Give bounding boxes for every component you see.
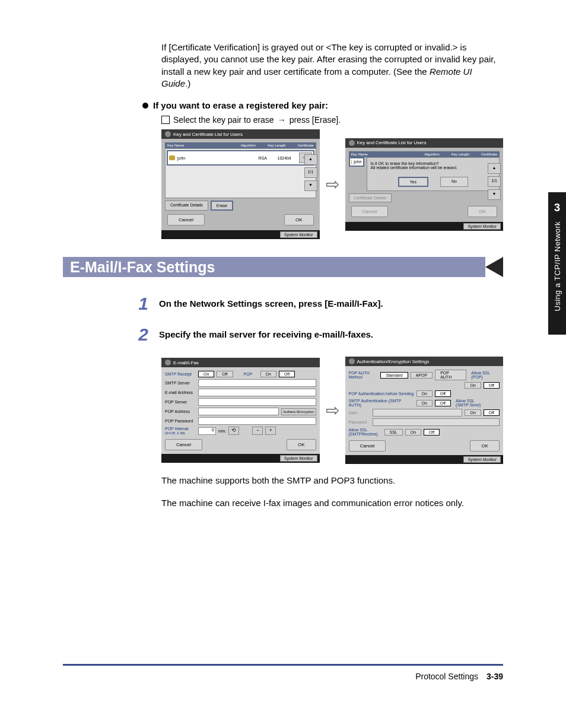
label-smtp-receipt: SMTP Receipt (165, 372, 196, 376)
label-user: User (349, 411, 370, 415)
step-text: On the Network Settings screen, press [E… (159, 295, 383, 309)
scroll-up-button[interactable]: ▲ (304, 154, 317, 165)
yes-button[interactable]: Yes (398, 177, 428, 187)
col-cert: Certificate (481, 152, 497, 156)
screen-title-text: Authentication/Encryption Settings (357, 359, 430, 364)
email-addr-input[interactable] (198, 389, 316, 396)
screen-erase-confirm: Key and Certificate List for Users Key N… (345, 138, 504, 231)
step-number: 2 (131, 326, 148, 344)
erase-button[interactable]: Erase (211, 201, 233, 211)
ssl-button[interactable]: SSL (384, 429, 403, 435)
erase-instruction: Select the key pair to erase → press [Er… (161, 115, 503, 125)
flow-arrow-icon: ⇨ (326, 400, 339, 420)
confirm-dialog: Is it OK to erase the key information? A… (367, 157, 500, 191)
cancel-button[interactable]: Cancel (167, 214, 205, 225)
user-input (373, 409, 463, 417)
page-indicator: 1/1 (488, 176, 501, 187)
label-email-addr: E-mail Address (165, 390, 196, 395)
pop-server-input[interactable] (198, 398, 316, 406)
key-row-selected[interactable]: john RSA 1024bit ▭ (167, 150, 314, 166)
step-text: Specify the mail server for receiving e-… (159, 326, 373, 339)
stepper-plus[interactable]: + (265, 427, 276, 435)
smtp-off-button[interactable]: Off (217, 371, 233, 377)
system-monitor-button[interactable]: System Monitor (463, 223, 501, 230)
apop-button[interactable]: APOP (411, 372, 433, 379)
pop-interval-input[interactable]: 0 (198, 427, 216, 435)
col-length: Key Length (451, 152, 469, 156)
col-algo: Algorithm (241, 144, 256, 147)
row-name: john (354, 160, 361, 164)
system-monitor-button[interactable]: System Monitor (280, 231, 317, 238)
sslsend-on-button[interactable]: On (465, 409, 481, 416)
row-algo: RSA (259, 156, 275, 160)
system-monitor-button[interactable]: System Monitor (463, 456, 501, 463)
erase-heading: If you want to erase a registered key pa… (142, 100, 503, 110)
label-allow-ssl-pop: Allow SSL (POP) (471, 371, 500, 379)
list-header: Key Name Algorithm Key Length Certificat… (349, 151, 500, 157)
smtp-on-button[interactable]: On (198, 371, 214, 377)
step-2: 2 Specify the mail server for receiving … (131, 326, 503, 344)
after-p2: The machine can receive I-fax images and… (161, 497, 503, 509)
step-number: 1 (131, 295, 148, 313)
system-monitor-button[interactable]: System Monitor (280, 455, 317, 462)
no-button[interactable]: No (440, 177, 468, 187)
intro-paragraph: If [Certificate Verification] is grayed … (161, 42, 503, 90)
label-pop-server: POP Server (165, 400, 196, 404)
screen-keylist-title: Key and Certificate List for Users (161, 129, 320, 139)
scroll-down-button[interactable]: ▼ (304, 180, 317, 191)
footer-section: Protocol Settings (415, 672, 478, 681)
checkbox-icon (161, 116, 170, 124)
ok-button: OK (468, 206, 497, 217)
pop-on-button[interactable]: On (260, 371, 276, 377)
smtpauth-off-button[interactable]: Off (435, 400, 451, 406)
pop-off-button[interactable]: Off (279, 371, 295, 377)
cancel-button: Cancel (351, 206, 389, 217)
key-list: john RSA 1024bit ▭ (165, 148, 316, 198)
gear-icon (165, 131, 171, 137)
sslpop-off-button[interactable]: Off (484, 382, 500, 389)
popbefore-off-button[interactable]: Off (435, 390, 451, 397)
password-input (373, 418, 500, 426)
sslsend-off-button[interactable]: Off (484, 409, 500, 416)
banner-triangle-icon (485, 257, 503, 277)
stepper-reset[interactable]: ⟲ (228, 427, 239, 435)
ok-button[interactable]: OK (284, 214, 314, 225)
gear-icon (349, 358, 355, 364)
popauth-button[interactable]: POP AUTH (435, 370, 466, 380)
cancel-button[interactable]: Cancel (349, 440, 386, 452)
cancel-button[interactable]: Cancel (165, 439, 202, 450)
standard-button[interactable]: Standard (380, 372, 408, 379)
section-title: E-Mail/I-Fax Settings (63, 257, 485, 277)
screen-auth-encryption: Authentication/Encryption Settings POP A… (345, 357, 504, 464)
smtpauth-on-button[interactable]: On (416, 400, 433, 406)
sslpop-on-button[interactable]: On (465, 382, 481, 389)
col-algo: Algorithm (424, 152, 439, 156)
sslrecv-on-button[interactable]: On (405, 429, 421, 435)
auth-encryption-button[interactable]: Authent./Encryption (281, 408, 316, 415)
list-header: Key Name Algorithm Key Length Certificat… (165, 142, 316, 148)
screenshot-row-erase: Key and Certificate List for Users Key N… (161, 129, 503, 239)
row-len: 1024bit (278, 156, 297, 160)
after-p1: The machine supports both the SMTP and P… (161, 475, 503, 487)
screen-auth-title: Authentication/Encryption Settings (345, 357, 504, 366)
screen-title-text: Key and Certificate List for Users (357, 140, 427, 145)
pop-password-input[interactable] (198, 417, 316, 425)
screen-email-ifax: E-mail/I-Fax SMTP Receipt On Off POP On … (161, 358, 320, 463)
arrow-right-icon: → (278, 115, 286, 125)
flow-arrow-icon: ⇨ (326, 174, 339, 194)
pop-address-input[interactable] (198, 408, 279, 415)
popbefore-on-button[interactable]: On (416, 390, 433, 397)
smtp-server-input[interactable] (198, 379, 316, 387)
screen-email-title: E-mail/I-Fax (161, 358, 320, 367)
cert-details-button[interactable]: Certificate Details (165, 201, 208, 211)
label-pop-address: POP Address (165, 409, 196, 414)
key-icon (351, 160, 352, 164)
bullet-icon (142, 103, 148, 109)
stepper-minus[interactable]: − (252, 427, 263, 435)
label-smtp-auth: SMTP Authentication (SMTP AUTH) (349, 399, 414, 407)
ok-button[interactable]: OK (287, 439, 316, 450)
step-1: 1 On the Network Settings screen, press … (131, 295, 503, 313)
sslrecv-off-button[interactable]: Off (424, 429, 440, 435)
ok-button[interactable]: OK (470, 440, 500, 452)
page-indicator: 1/1 (304, 167, 317, 178)
